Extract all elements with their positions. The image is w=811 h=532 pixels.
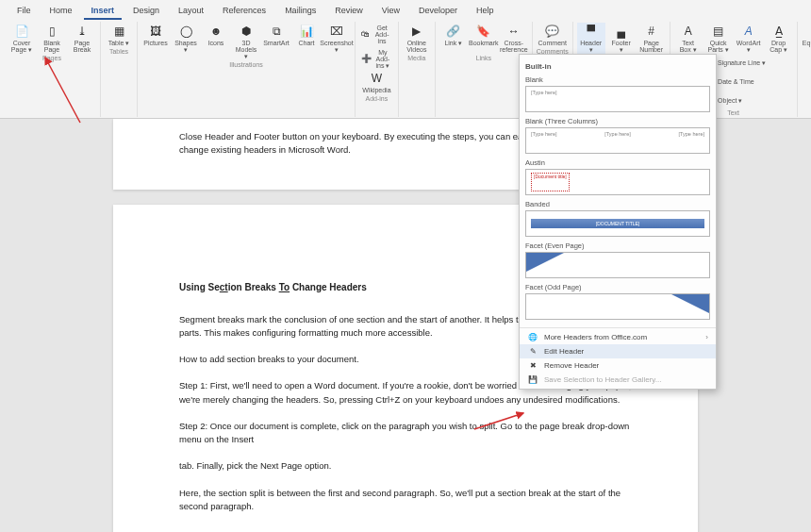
gallery-label-banded: Banded — [525, 200, 710, 208]
table-icon: ▦ — [111, 24, 126, 39]
action-label: Remove Header — [544, 361, 599, 370]
wordart-icon: A — [741, 24, 756, 39]
group-illustrations: 🖼Pictures ◯Shapes ▾ ☻Icons ⬢3D Models ▾ … — [138, 22, 356, 117]
drop-cap-button[interactable]: A̲Drop Cap ▾ — [765, 23, 793, 54]
link-button[interactable]: 🔗Link ▾ — [439, 23, 468, 54]
group-symbols: πEquation ▾ ΩSymbol ▾ Symbols — [798, 22, 811, 117]
chart-icon: 📊 — [299, 24, 314, 39]
group-label-tables: Tables — [109, 48, 128, 55]
gallery-label-blank-three: Blank (Three Columns) — [525, 117, 710, 125]
doc-text: Close Header and Footer button on your k… — [179, 131, 536, 141]
gallery-item-austin[interactable]: [Document title] — [525, 169, 710, 195]
action-label: Edit Header — [544, 347, 584, 356]
ribbon-tabs: File Home Insert Design Layout Reference… — [0, 0, 811, 20]
group-media: ▶Online Videos Media — [399, 22, 436, 117]
gallery-section-builtin: Built-in — [525, 62, 710, 71]
group-label-addins: Add-ins — [366, 95, 389, 102]
gallery-label-facet-even: Facet (Even Page) — [525, 241, 710, 250]
gallery-item-facet-even[interactable] — [525, 252, 710, 278]
group-label-text: Text — [727, 109, 739, 116]
blank-page-button[interactable]: ▯Blank Page — [38, 23, 66, 54]
cover-page-icon: 📄 — [14, 24, 29, 39]
tab-help[interactable]: Help — [469, 3, 502, 20]
edit-header-action[interactable]: ✎ Edit Header — [520, 344, 716, 358]
remove-header-action[interactable]: ✖ Remove Header — [520, 358, 716, 373]
tab-design[interactable]: Design — [125, 3, 167, 20]
chevron-right-icon: › — [705, 333, 708, 341]
pagenum-icon: # — [644, 24, 659, 39]
save-selection-action: 💾 Save Selection to Header Gallery... — [520, 373, 716, 387]
page-break-button[interactable]: ⤓Page Break — [68, 23, 96, 54]
video-icon: ▶ — [409, 24, 424, 39]
models-icon: ⬢ — [239, 24, 254, 39]
group-label-pages: Pages — [42, 55, 61, 61]
bookmark-icon: 🔖 — [476, 24, 491, 39]
crossref-icon: ↔ — [506, 24, 521, 39]
doc-text: tab. Finally, pick the Next Page option. — [179, 459, 632, 473]
my-addins-button[interactable]: ➕My Add-ins ▾ — [359, 47, 394, 70]
icons-button[interactable]: ☻Icons — [202, 23, 230, 60]
action-label: Save Selection to Header Gallery... — [544, 375, 661, 384]
tab-mailings[interactable]: Mailings — [277, 3, 323, 20]
group-tables: ▦Table ▾ Tables — [101, 22, 138, 117]
comment-button[interactable]: 💬Comment — [538, 23, 567, 47]
gallery-label-austin: Austin — [525, 158, 710, 167]
3d-models-button[interactable]: ⬢3D Models ▾ — [232, 23, 260, 60]
textbox-icon: A — [681, 24, 696, 39]
tab-references[interactable]: References — [215, 3, 273, 20]
more-headers-action[interactable]: 🌐 More Headers from Office.com › — [520, 330, 716, 344]
dropcap-icon: A̲ — [771, 24, 786, 39]
header-icon: ▀ — [584, 24, 599, 39]
group-label-media: Media — [407, 55, 425, 61]
wordart-button[interactable]: AWordArt ▾ — [735, 23, 763, 54]
screenshot-icon: ⌧ — [329, 24, 344, 39]
addins-icon: ➕ — [361, 51, 372, 66]
tab-layout[interactable]: Layout — [171, 3, 211, 20]
link-icon: 🔗 — [446, 24, 461, 39]
online-videos-button[interactable]: ▶Online Videos — [403, 23, 431, 54]
group-addins: 🛍Get Add-ins ➕My Add-ins ▾ WWikipedia Ad… — [356, 22, 399, 117]
remove-icon: ✖ — [527, 361, 538, 370]
gallery-label-facet-odd: Facet (Odd Page) — [525, 283, 710, 291]
smartart-icon: ⧉ — [269, 24, 284, 39]
gallery-item-blank[interactable]: [Type here] — [525, 86, 710, 112]
cross-reference-button[interactable]: ↔Cross-reference — [500, 23, 528, 54]
blank-page-icon: ▯ — [44, 24, 59, 39]
bookmark-button[interactable]: 🔖Bookmark — [470, 23, 498, 54]
tab-developer[interactable]: Developer — [411, 3, 465, 20]
equation-button[interactable]: πEquation ▾ — [802, 23, 811, 54]
gallery-item-blank-three[interactable]: [Type here][Type here][Type here] — [525, 127, 710, 154]
edit-icon: ✎ — [527, 347, 538, 356]
gallery-item-facet-odd[interactable] — [525, 293, 710, 320]
chart-button[interactable]: 📊Chart — [292, 23, 321, 60]
table-button[interactable]: ▦Table ▾ — [105, 23, 133, 47]
header-gallery-dropdown: Built-in Blank [Type here] Blank (Three … — [519, 54, 717, 390]
gallery-item-banded[interactable]: [DOCUMENT TITLE] — [525, 210, 710, 237]
pictures-button[interactable]: 🖼Pictures — [141, 23, 170, 60]
text-box-button[interactable]: AText Box ▾ — [674, 23, 703, 54]
smartart-button[interactable]: ⧉SmartArt — [262, 23, 290, 60]
gallery-label-blank: Blank — [525, 75, 710, 84]
comment-icon: 💬 — [545, 24, 560, 39]
quick-parts-button[interactable]: ▤Quick Parts ▾ — [704, 23, 733, 54]
icons-icon: ☻ — [208, 24, 223, 39]
tab-view[interactable]: View — [374, 3, 407, 20]
tab-home[interactable]: Home — [42, 3, 80, 20]
group-label-illustrations: Illustrations — [229, 61, 262, 68]
wikipedia-button[interactable]: WWikipedia — [362, 70, 390, 94]
footer-icon: ▄ — [614, 24, 629, 39]
cover-page-button[interactable]: 📄Cover Page ▾ — [8, 23, 36, 54]
shapes-button[interactable]: ◯Shapes ▾ — [172, 23, 200, 60]
tab-file[interactable]: File — [9, 3, 39, 20]
get-addins-button[interactable]: 🛍Get Add-ins — [359, 23, 394, 45]
tab-insert[interactable]: Insert — [84, 3, 123, 20]
screenshot-button[interactable]: ⌧Screenshot ▾ — [323, 23, 351, 60]
save-icon: 💾 — [527, 375, 538, 384]
wikipedia-icon: W — [369, 71, 384, 86]
tab-review[interactable]: Review — [327, 3, 371, 20]
page-break-icon: ⤓ — [74, 24, 90, 39]
shapes-icon: ◯ — [178, 24, 193, 39]
globe-icon: 🌐 — [527, 333, 538, 341]
doc-text: Step 2: Once our document is complete, c… — [179, 420, 632, 447]
quickparts-icon: ▤ — [711, 24, 726, 39]
